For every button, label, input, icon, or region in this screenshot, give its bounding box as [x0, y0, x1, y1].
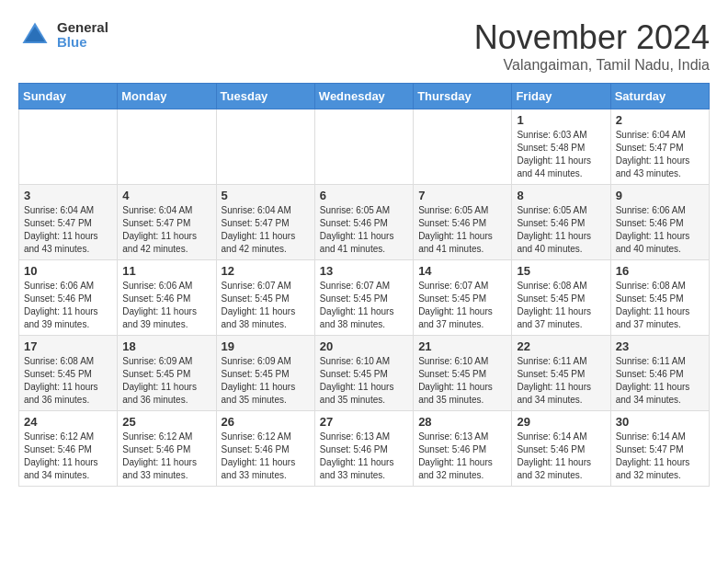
logo-text: General Blue: [57, 20, 108, 51]
calendar-cell: 1Sunrise: 6:03 AM Sunset: 5:48 PM Daylig…: [512, 109, 610, 185]
calendar-cell: 11Sunrise: 6:06 AM Sunset: 5:46 PM Dayli…: [118, 260, 216, 336]
calendar-week-row: 17Sunrise: 6:08 AM Sunset: 5:45 PM Dayli…: [19, 336, 710, 411]
weekday-header-thursday: Thursday: [414, 84, 512, 109]
calendar-cell: 18Sunrise: 6:09 AM Sunset: 5:45 PM Dayli…: [118, 336, 216, 411]
day-number: 6: [320, 189, 408, 202]
day-number: 24: [24, 415, 112, 429]
day-info: Sunrise: 6:07 AM Sunset: 5:45 PM Dayligh…: [418, 280, 506, 331]
calendar-cell: 5Sunrise: 6:04 AM Sunset: 5:47 PM Daylig…: [216, 185, 314, 260]
calendar-cell: [414, 109, 512, 185]
day-number: 18: [122, 339, 210, 353]
calendar-cell: 8Sunrise: 6:05 AM Sunset: 5:46 PM Daylig…: [512, 185, 610, 260]
day-number: 27: [320, 415, 408, 429]
calendar-cell: 20Sunrise: 6:10 AM Sunset: 5:45 PM Dayli…: [314, 336, 413, 411]
day-number: 22: [517, 339, 605, 353]
logo-blue-text: Blue: [57, 35, 108, 51]
title-section: November 2024 Valangaiman, Tamil Nadu, I…: [474, 18, 710, 74]
calendar-week-row: 3Sunrise: 6:04 AM Sunset: 5:47 PM Daylig…: [19, 185, 710, 260]
calendar-cell: 28Sunrise: 6:13 AM Sunset: 5:46 PM Dayli…: [414, 411, 512, 487]
calendar-cell: 22Sunrise: 6:11 AM Sunset: 5:45 PM Dayli…: [512, 336, 610, 411]
day-number: 7: [418, 189, 506, 202]
day-number: 8: [517, 189, 605, 202]
day-info: Sunrise: 6:12 AM Sunset: 5:46 PM Dayligh…: [222, 431, 310, 482]
day-number: 9: [616, 189, 704, 202]
day-info: Sunrise: 6:12 AM Sunset: 5:46 PM Dayligh…: [24, 431, 112, 482]
day-info: Sunrise: 6:08 AM Sunset: 5:45 PM Dayligh…: [517, 280, 605, 331]
day-number: 12: [222, 264, 310, 278]
calendar-cell: 12Sunrise: 6:07 AM Sunset: 5:45 PM Dayli…: [216, 260, 314, 336]
day-number: 21: [418, 339, 506, 353]
calendar-cell: 7Sunrise: 6:05 AM Sunset: 5:46 PM Daylig…: [414, 185, 512, 260]
day-number: 10: [24, 264, 112, 278]
calendar-cell: 29Sunrise: 6:14 AM Sunset: 5:46 PM Dayli…: [512, 411, 610, 487]
calendar-cell: 25Sunrise: 6:12 AM Sunset: 5:46 PM Dayli…: [118, 411, 216, 487]
day-info: Sunrise: 6:12 AM Sunset: 5:46 PM Dayligh…: [122, 431, 210, 482]
calendar-cell: 27Sunrise: 6:13 AM Sunset: 5:46 PM Dayli…: [314, 411, 413, 487]
day-number: 30: [616, 415, 704, 429]
logo-icon: [18, 18, 51, 52]
calendar-cell: [19, 109, 118, 185]
day-info: Sunrise: 6:13 AM Sunset: 5:46 PM Dayligh…: [320, 431, 408, 482]
calendar-cell: 23Sunrise: 6:11 AM Sunset: 5:46 PM Dayli…: [610, 336, 709, 411]
day-number: 13: [320, 264, 408, 278]
calendar-cell: 10Sunrise: 6:06 AM Sunset: 5:46 PM Dayli…: [19, 260, 118, 336]
day-info: Sunrise: 6:14 AM Sunset: 5:47 PM Dayligh…: [616, 431, 704, 482]
calendar-cell: 26Sunrise: 6:12 AM Sunset: 5:46 PM Dayli…: [216, 411, 314, 487]
calendar-cell: 15Sunrise: 6:08 AM Sunset: 5:45 PM Dayli…: [512, 260, 610, 336]
day-number: 11: [122, 264, 210, 278]
day-info: Sunrise: 6:04 AM Sunset: 5:47 PM Dayligh…: [24, 204, 112, 256]
calendar-cell: 3Sunrise: 6:04 AM Sunset: 5:47 PM Daylig…: [19, 185, 118, 260]
day-info: Sunrise: 6:04 AM Sunset: 5:47 PM Dayligh…: [222, 204, 310, 256]
location-title: Valangaiman, Tamil Nadu, India: [474, 57, 710, 74]
weekday-header-monday: Monday: [118, 84, 216, 109]
day-number: 17: [24, 339, 112, 353]
day-info: Sunrise: 6:07 AM Sunset: 5:45 PM Dayligh…: [320, 280, 408, 331]
month-title: November 2024: [474, 18, 710, 57]
day-info: Sunrise: 6:10 AM Sunset: 5:45 PM Dayligh…: [320, 355, 408, 407]
logo: General Blue: [18, 18, 108, 52]
weekday-header-row: SundayMondayTuesdayWednesdayThursdayFrid…: [19, 84, 710, 109]
logo-general-text: General: [57, 20, 108, 36]
day-number: 29: [517, 415, 605, 429]
weekday-header-friday: Friday: [512, 84, 610, 109]
calendar-cell: 21Sunrise: 6:10 AM Sunset: 5:45 PM Dayli…: [414, 336, 512, 411]
calendar-cell: 9Sunrise: 6:06 AM Sunset: 5:46 PM Daylig…: [610, 185, 709, 260]
header: General Blue November 2024 Valangaiman, …: [18, 18, 710, 74]
calendar-cell: [314, 109, 413, 185]
calendar-cell: [118, 109, 216, 185]
day-number: 4: [122, 189, 210, 202]
calendar-cell: 4Sunrise: 6:04 AM Sunset: 5:47 PM Daylig…: [118, 185, 216, 260]
calendar-cell: 2Sunrise: 6:04 AM Sunset: 5:47 PM Daylig…: [610, 109, 709, 185]
day-info: Sunrise: 6:05 AM Sunset: 5:46 PM Dayligh…: [517, 204, 605, 256]
day-number: 25: [122, 415, 210, 429]
calendar-cell: 19Sunrise: 6:09 AM Sunset: 5:45 PM Dayli…: [216, 336, 314, 411]
day-number: 5: [222, 189, 310, 202]
day-info: Sunrise: 6:10 AM Sunset: 5:45 PM Dayligh…: [418, 355, 506, 407]
calendar-week-row: 1Sunrise: 6:03 AM Sunset: 5:48 PM Daylig…: [19, 109, 710, 185]
day-number: 16: [616, 264, 704, 278]
day-info: Sunrise: 6:05 AM Sunset: 5:46 PM Dayligh…: [418, 204, 506, 256]
day-info: Sunrise: 6:06 AM Sunset: 5:46 PM Dayligh…: [24, 280, 112, 331]
weekday-header-wednesday: Wednesday: [314, 84, 413, 109]
calendar-week-row: 24Sunrise: 6:12 AM Sunset: 5:46 PM Dayli…: [19, 411, 710, 487]
day-info: Sunrise: 6:06 AM Sunset: 5:46 PM Dayligh…: [616, 204, 704, 256]
day-info: Sunrise: 6:13 AM Sunset: 5:46 PM Dayligh…: [418, 431, 506, 482]
day-number: 15: [517, 264, 605, 278]
calendar-cell: 16Sunrise: 6:08 AM Sunset: 5:45 PM Dayli…: [610, 260, 709, 336]
day-info: Sunrise: 6:04 AM Sunset: 5:47 PM Dayligh…: [122, 204, 210, 256]
calendar-table: SundayMondayTuesdayWednesdayThursdayFrid…: [18, 83, 710, 487]
day-info: Sunrise: 6:05 AM Sunset: 5:46 PM Dayligh…: [320, 204, 408, 256]
day-info: Sunrise: 6:09 AM Sunset: 5:45 PM Dayligh…: [222, 355, 310, 407]
day-info: Sunrise: 6:14 AM Sunset: 5:46 PM Dayligh…: [517, 431, 605, 482]
day-info: Sunrise: 6:04 AM Sunset: 5:47 PM Dayligh…: [616, 129, 704, 180]
day-info: Sunrise: 6:07 AM Sunset: 5:45 PM Dayligh…: [222, 280, 310, 331]
calendar-cell: 17Sunrise: 6:08 AM Sunset: 5:45 PM Dayli…: [19, 336, 118, 411]
day-number: 1: [517, 113, 605, 127]
weekday-header-saturday: Saturday: [610, 84, 709, 109]
day-info: Sunrise: 6:08 AM Sunset: 5:45 PM Dayligh…: [24, 355, 112, 407]
day-number: 26: [222, 415, 310, 429]
weekday-header-sunday: Sunday: [19, 84, 118, 109]
calendar-week-row: 10Sunrise: 6:06 AM Sunset: 5:46 PM Dayli…: [19, 260, 710, 336]
day-number: 28: [418, 415, 506, 429]
day-number: 23: [616, 339, 704, 353]
